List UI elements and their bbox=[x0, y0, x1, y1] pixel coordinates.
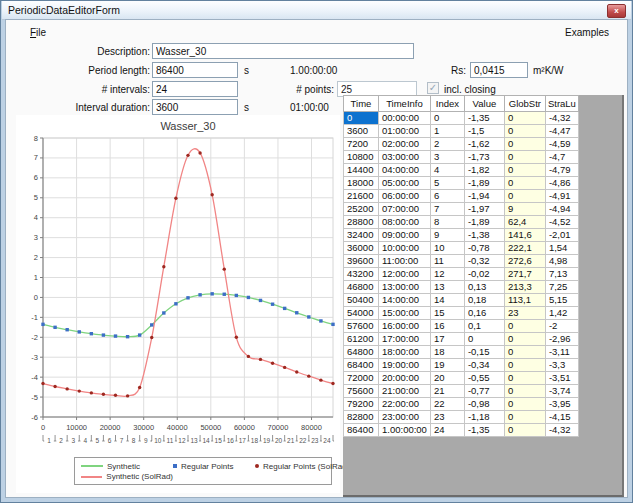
table-cell[interactable]: -1,89 bbox=[464, 216, 504, 229]
table-cell[interactable]: 0,13 bbox=[464, 281, 504, 294]
table-cell[interactable]: -0,77 bbox=[464, 385, 504, 398]
table-cell[interactable]: 11:00:00 bbox=[379, 255, 431, 268]
table-cell[interactable]: -3,51 bbox=[545, 372, 578, 385]
table-cell[interactable]: -0,15 bbox=[464, 346, 504, 359]
table-cell[interactable]: 9 bbox=[430, 229, 464, 242]
table-cell[interactable]: 07:00:00 bbox=[379, 203, 431, 216]
table-cell[interactable]: -1,73 bbox=[464, 151, 504, 164]
table-cell[interactable]: 18:00:00 bbox=[379, 346, 431, 359]
table-cell[interactable]: 0 bbox=[504, 151, 545, 164]
table-cell[interactable]: 0 bbox=[504, 346, 545, 359]
table-cell[interactable]: 36000 bbox=[344, 242, 379, 255]
table-cell[interactable]: 1,42 bbox=[545, 307, 578, 320]
table-cell[interactable]: -1,97 bbox=[464, 203, 504, 216]
table-cell[interactable]: 21 bbox=[430, 385, 464, 398]
table-cell[interactable]: 1.00:00:00 bbox=[379, 424, 431, 437]
table-cell[interactable]: -3,3 bbox=[545, 359, 578, 372]
table-cell[interactable]: -2 bbox=[545, 320, 578, 333]
table-cell[interactable]: -1,94 bbox=[464, 190, 504, 203]
table-cell[interactable]: 09:00:00 bbox=[379, 229, 431, 242]
table-cell[interactable]: 14:00:00 bbox=[379, 294, 431, 307]
table-cell[interactable]: -0,02 bbox=[464, 268, 504, 281]
table-cell[interactable]: 10:00:00 bbox=[379, 242, 431, 255]
table-cell[interactable]: 2 bbox=[430, 138, 464, 151]
table-cell[interactable]: 113,1 bbox=[504, 294, 545, 307]
table-cell[interactable]: 222,1 bbox=[504, 242, 545, 255]
table-cell[interactable]: 5,15 bbox=[545, 294, 578, 307]
table-cell[interactable]: 0 bbox=[504, 424, 545, 437]
table-cell[interactable]: 32400 bbox=[344, 229, 379, 242]
table-cell[interactable]: 0 bbox=[464, 333, 504, 346]
table-cell[interactable]: 20:00:00 bbox=[379, 372, 431, 385]
table-cell[interactable]: -3,74 bbox=[545, 385, 578, 398]
table-cell[interactable]: 02:00:00 bbox=[379, 138, 431, 151]
table-cell[interactable]: 141,6 bbox=[504, 229, 545, 242]
table-cell[interactable]: 13 bbox=[430, 281, 464, 294]
table-cell[interactable]: 4,98 bbox=[545, 255, 578, 268]
table-cell[interactable]: -0,34 bbox=[464, 359, 504, 372]
column-header[interactable]: GlobStr bbox=[504, 96, 545, 112]
table-cell[interactable]: 213,3 bbox=[504, 281, 545, 294]
table-cell[interactable]: 20 bbox=[430, 372, 464, 385]
interval-duration-input[interactable] bbox=[152, 99, 238, 115]
table-cell[interactable]: 16:00:00 bbox=[379, 320, 431, 333]
table-cell[interactable]: 0 bbox=[504, 138, 545, 151]
table-cell[interactable]: 271,7 bbox=[504, 268, 545, 281]
column-header[interactable]: TimeInfo bbox=[379, 96, 431, 112]
table-cell[interactable]: -4,47 bbox=[545, 125, 578, 138]
table-cell[interactable]: 272,6 bbox=[504, 255, 545, 268]
table-cell[interactable]: 3600 bbox=[344, 125, 379, 138]
incl-closing-checkbox[interactable]: ✓ bbox=[427, 82, 439, 94]
table-cell[interactable]: 14 bbox=[430, 294, 464, 307]
table-cell[interactable]: 03:00:00 bbox=[379, 151, 431, 164]
table-cell[interactable]: -4,32 bbox=[545, 112, 578, 125]
close-icon[interactable]: x bbox=[607, 4, 626, 18]
table-cell[interactable]: 72000 bbox=[344, 372, 379, 385]
table-cell[interactable]: 0 bbox=[504, 164, 545, 177]
table-cell[interactable]: 04:00:00 bbox=[379, 164, 431, 177]
titlebar[interactable]: PeriodicDataEditorForm x bbox=[2, 1, 631, 20]
table-cell[interactable]: 1 bbox=[430, 125, 464, 138]
table-cell[interactable]: -0,55 bbox=[464, 372, 504, 385]
table-cell[interactable]: 0 bbox=[504, 190, 545, 203]
table-cell[interactable]: 13:00:00 bbox=[379, 281, 431, 294]
menu-file[interactable]: File bbox=[26, 26, 50, 39]
table-cell[interactable]: 68400 bbox=[344, 359, 379, 372]
table-cell[interactable]: -1,35 bbox=[464, 424, 504, 437]
table-cell[interactable]: 7,25 bbox=[545, 281, 578, 294]
table-cell[interactable]: 64800 bbox=[344, 346, 379, 359]
table-cell[interactable]: 08:00:00 bbox=[379, 216, 431, 229]
table-cell[interactable]: 18 bbox=[430, 346, 464, 359]
description-input[interactable] bbox=[152, 43, 414, 59]
table-cell[interactable]: 0 bbox=[504, 177, 545, 190]
table-cell[interactable]: -3,95 bbox=[545, 398, 578, 411]
table-cell[interactable]: 16 bbox=[430, 320, 464, 333]
table-cell[interactable]: -0,32 bbox=[464, 255, 504, 268]
table-cell[interactable]: 7,13 bbox=[545, 268, 578, 281]
column-header[interactable]: Time bbox=[344, 96, 379, 112]
table-cell[interactable]: -4,79 bbox=[545, 164, 578, 177]
table-cell[interactable]: -2,01 bbox=[545, 229, 578, 242]
table-cell[interactable]: 0 bbox=[504, 372, 545, 385]
table-cell[interactable]: -4,59 bbox=[545, 138, 578, 151]
table-cell[interactable]: 0 bbox=[430, 112, 464, 125]
table-cell[interactable]: 17 bbox=[430, 333, 464, 346]
table-cell[interactable]: 5 bbox=[430, 177, 464, 190]
table-cell[interactable]: 0,18 bbox=[464, 294, 504, 307]
table-cell[interactable]: 12:00:00 bbox=[379, 268, 431, 281]
table-cell[interactable]: 0,16 bbox=[464, 307, 504, 320]
table-cell[interactable]: -3,11 bbox=[545, 346, 578, 359]
table-cell[interactable]: -2,96 bbox=[545, 333, 578, 346]
table-cell[interactable]: 22 bbox=[430, 398, 464, 411]
table-cell[interactable]: -4,32 bbox=[545, 424, 578, 437]
table-cell[interactable]: 0 bbox=[504, 411, 545, 424]
table-cell[interactable]: 9 bbox=[504, 203, 545, 216]
table-cell[interactable]: 6 bbox=[430, 190, 464, 203]
table-cell[interactable]: 15:00:00 bbox=[379, 307, 431, 320]
table-cell[interactable]: 86400 bbox=[344, 424, 379, 437]
table-cell[interactable]: 22:00:00 bbox=[379, 398, 431, 411]
table-cell[interactable]: -0,78 bbox=[464, 242, 504, 255]
table-cell[interactable]: 0 bbox=[504, 320, 545, 333]
table-cell[interactable]: 25200 bbox=[344, 203, 379, 216]
table-cell[interactable]: -1,38 bbox=[464, 229, 504, 242]
